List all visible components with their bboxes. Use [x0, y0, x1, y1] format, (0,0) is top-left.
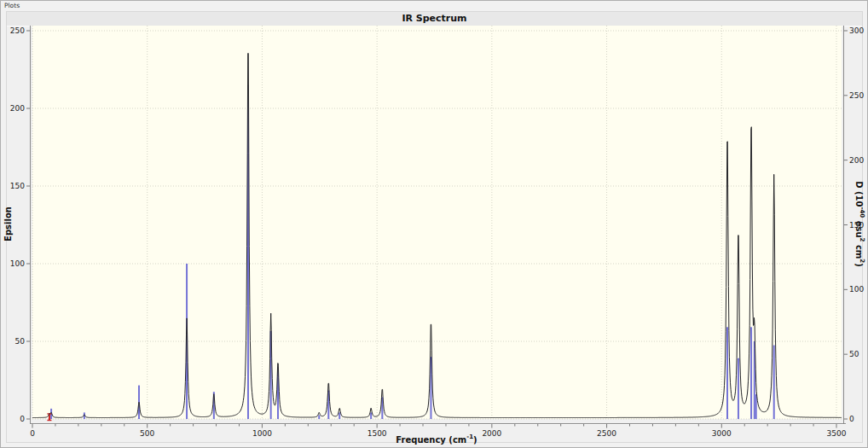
y-right-tick-label: 0	[849, 415, 854, 423]
y-axis-label-right: D (10-40 esu2 cm2)	[853, 169, 864, 280]
x-tick-label: 1000	[252, 429, 272, 438]
y-left-tick-label: 150	[10, 182, 25, 190]
y-left-tick-label: 200	[10, 104, 25, 113]
plot-background	[32, 26, 842, 419]
y-left-tick-label: 100	[10, 259, 25, 268]
x-tick-label: 500	[140, 429, 154, 438]
y-left-tick-label: 250	[10, 26, 25, 35]
y-right-tick-label: 100	[849, 285, 864, 294]
y-right-tick-label: 200	[849, 156, 864, 165]
y-axis-label-left: Epsilon	[3, 190, 14, 259]
x-axis-label: Frequency (cm-1)	[341, 435, 532, 447]
x-tick-label: 0	[30, 429, 35, 438]
y-left-tick-label: 0	[20, 415, 25, 423]
x-tick-label: 3500	[827, 429, 847, 438]
x-tick-label: 2500	[597, 429, 616, 438]
x-tick-label: 3000	[712, 429, 732, 438]
y-right-tick-label: 300	[849, 26, 864, 35]
y-right-tick-label: 50	[849, 350, 859, 358]
ir-spectrum-chart[interactable]: 0500100015002000250030003500050100150200…	[1, 1, 868, 448]
y-right-tick-label: 250	[849, 91, 864, 100]
y-left-tick-label: 50	[15, 337, 26, 346]
